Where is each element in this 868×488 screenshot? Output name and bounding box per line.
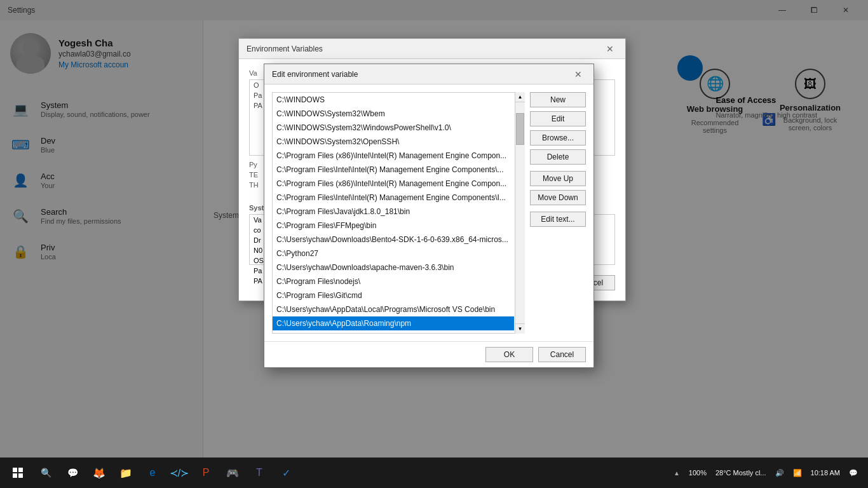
env-vars-close-button[interactable]: ✕ xyxy=(602,41,618,57)
tray-battery[interactable]: 100% xyxy=(686,468,709,478)
delete-button[interactable]: Delete xyxy=(530,149,586,165)
path-list-item[interactable]: C:\Program Files\FFMpeg\bin xyxy=(273,219,514,233)
edit-cancel-button[interactable]: Cancel xyxy=(538,347,586,362)
path-list-item[interactable]: C:\WINDOWS xyxy=(273,93,514,107)
taskbar-search-button[interactable]: 🔍 xyxy=(33,460,58,485)
path-list-container: C:\WINDOWSC:\WINDOWS\System32\WbemC:\WIN… xyxy=(272,92,525,334)
edit-env-titlebar: Edit environment variable ✕ xyxy=(264,64,593,85)
path-list-item[interactable]: C:\WINDOWS\System32\Wbem xyxy=(273,107,514,121)
path-list-item[interactable]: %USERPROFILE%\AppData\Local\Microsoft\Wi… xyxy=(273,330,514,334)
edit-text-button[interactable]: Edit text... xyxy=(530,212,586,227)
edit-dialog-footer: OK Cancel xyxy=(264,341,593,367)
edit-env-close-button[interactable]: ✕ xyxy=(571,67,586,82)
tray-show-hidden[interactable]: ▲ xyxy=(671,468,682,478)
path-list-item[interactable]: C:\Program Files (x86)\Intel\Intel(R) Ma… xyxy=(273,149,514,163)
svg-rect-3 xyxy=(18,473,23,478)
scroll-up-button[interactable]: ▲ xyxy=(515,92,525,102)
taskbar-icons: 🔍 💬 🦊 📁 e ≺/≻ P 🎮 T ✓ xyxy=(33,460,671,485)
browse-button[interactable]: Browse... xyxy=(530,130,586,146)
taskbar-gamebar-button[interactable]: 🎮 xyxy=(220,460,245,485)
move-up-button[interactable]: Move Up xyxy=(530,171,586,186)
path-list-item[interactable]: C:\Program Files\Intel\Intel(R) Manageme… xyxy=(273,163,514,177)
path-list-item[interactable]: C:\WINDOWS\System32\OpenSSH\ xyxy=(273,135,514,149)
tray-network[interactable]: 📶 xyxy=(790,468,804,478)
edit-button[interactable]: Edit xyxy=(530,111,586,126)
path-list-item[interactable]: C:\Users\ychaw\AppData\Roaming\npm xyxy=(273,316,514,330)
tray-clock[interactable]: 10:18 AM xyxy=(808,468,843,478)
weather-text: 28°C Mostly cl... xyxy=(715,469,766,477)
taskbar-todo-button[interactable]: ✓ xyxy=(273,460,299,485)
taskbar-vscode-button[interactable]: ≺/≻ xyxy=(166,460,192,485)
path-list-item[interactable]: C:\Program Files\nodejs\ xyxy=(273,274,514,288)
edit-env-title: Edit environment variable xyxy=(272,70,358,79)
move-down-button[interactable]: Move Down xyxy=(530,190,586,205)
battery-text: 100% xyxy=(689,469,707,477)
edit-env-body: C:\WINDOWSC:\WINDOWS\System32\WbemC:\WIN… xyxy=(264,85,593,341)
taskbar-folder-button[interactable]: 📁 xyxy=(113,460,139,485)
edit-ok-button[interactable]: OK xyxy=(485,347,533,362)
tray-weather[interactable]: 28°C Mostly cl... xyxy=(713,468,769,478)
svg-rect-0 xyxy=(13,468,17,472)
path-list-item[interactable]: C:\Program Files\Java\jdk1.8.0_181\bin xyxy=(273,205,514,219)
taskbar-teams-button[interactable]: T xyxy=(247,460,272,485)
edit-env-dialog: Edit environment variable ✕ C:\WINDOWSC:… xyxy=(264,64,594,368)
path-list-item[interactable]: C:\Program Files\Git\cmd xyxy=(273,288,514,302)
scrollbar-thumb[interactable] xyxy=(516,113,524,145)
scrollbar[interactable]: ▲ ▼ xyxy=(515,92,525,334)
path-list-item[interactable]: C:\Users\ychaw\Downloads\Bento4-SDK-1-6-… xyxy=(273,233,514,247)
path-list-item[interactable]: C:\Program Files\Intel\Intel(R) Manageme… xyxy=(273,191,514,205)
svg-rect-2 xyxy=(13,473,17,478)
new-button[interactable]: New xyxy=(530,92,586,107)
taskbar-firefox-button[interactable]: 🦊 xyxy=(86,460,112,485)
env-vars-titlebar: Environment Variables ✕ xyxy=(239,39,625,59)
tray-volume[interactable]: 🔊 xyxy=(773,468,787,478)
svg-rect-1 xyxy=(18,468,23,472)
edit-action-buttons: New Edit Browse... Delete Move Up Move D… xyxy=(530,92,586,334)
taskbar-powerpoint-button[interactable]: P xyxy=(193,460,219,485)
scroll-down-button[interactable]: ▼ xyxy=(515,323,525,334)
path-list-item[interactable]: C:\Users\ychaw\Downloads\apache-maven-3.… xyxy=(273,261,514,274)
path-list[interactable]: C:\WINDOWSC:\WINDOWS\System32\WbemC:\WIN… xyxy=(272,92,525,334)
taskbar: 🔍 💬 🦊 📁 e ≺/≻ P 🎮 T ✓ ▲ xyxy=(0,458,868,488)
taskbar-edge-button[interactable]: e xyxy=(140,460,165,485)
tray-notification[interactable]: 💬 xyxy=(846,468,860,478)
system-tray: ▲ 100% 28°C Mostly cl... 🔊 📶 10:18 AM 💬 xyxy=(671,468,865,478)
path-list-item[interactable]: C:\Python27 xyxy=(273,247,514,261)
clock-text: 10:18 AM xyxy=(811,469,840,477)
path-list-item[interactable]: C:\Program Files (x86)\Intel\Intel(R) Ma… xyxy=(273,177,514,191)
path-list-item[interactable]: C:\WINDOWS\System32\WindowsPowerShell\v1… xyxy=(273,121,514,135)
start-button[interactable] xyxy=(3,458,33,488)
env-vars-title: Environment Variables xyxy=(247,44,323,53)
path-list-item[interactable]: C:\Users\ychaw\AppData\Local\Programs\Mi… xyxy=(273,302,514,316)
taskbar-cortana-button[interactable]: 💬 xyxy=(60,460,85,485)
